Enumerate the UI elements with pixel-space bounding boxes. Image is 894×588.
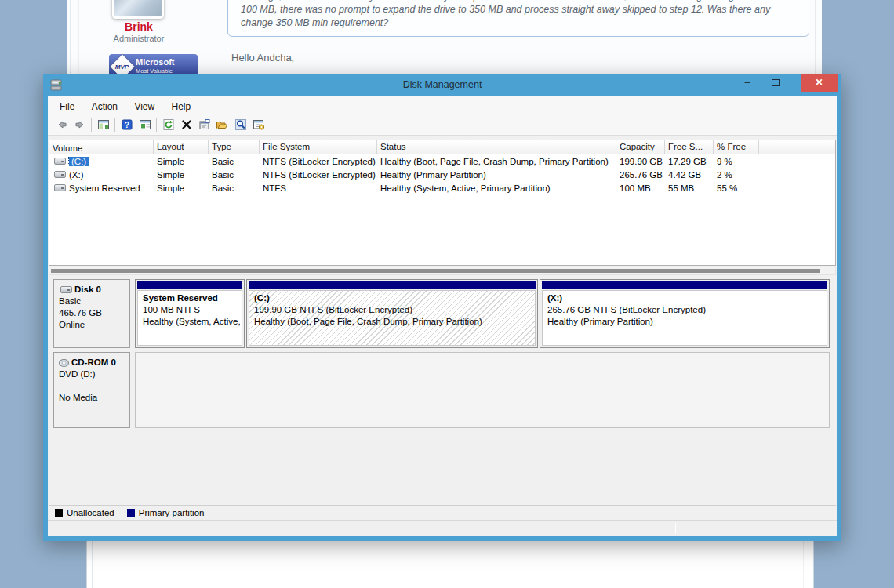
- cdrom-drive: DVD (D:): [59, 368, 125, 380]
- forum-quote-box: Although, it is mentioned everywhere tha…: [227, 0, 809, 37]
- cell-pct-free: 55 %: [714, 183, 759, 193]
- volume-row-x[interactable]: (X:) Simple Basic NTFS (BitLocker Encryp…: [49, 168, 835, 181]
- menu-action[interactable]: Action: [85, 100, 125, 114]
- help-icon[interactable]: ?: [118, 116, 136, 133]
- volume-name-selected[interactable]: (C:): [69, 157, 89, 166]
- svg-text:?: ?: [124, 120, 129, 129]
- partition-status: Healthy (Primary Partition): [547, 316, 822, 328]
- legend-label: Unallocated: [67, 508, 114, 517]
- column-header-free-space[interactable]: Free S...: [665, 140, 714, 154]
- cell-capacity: 100 MB: [616, 183, 665, 193]
- show-console-icon[interactable]: [136, 116, 154, 133]
- forward-icon[interactable]: [71, 116, 89, 133]
- cd-icon: [59, 359, 69, 367]
- menu-help[interactable]: Help: [165, 100, 198, 114]
- column-header-pct-free[interactable]: % Free: [714, 140, 759, 154]
- cdrom-name: CD-ROM 0: [71, 357, 116, 368]
- cell-free-space: 55 MB: [665, 183, 714, 193]
- primary-partition-bar: [137, 281, 242, 289]
- cell-file-system: NTFS (BitLocker Encrypted): [260, 170, 377, 180]
- disk-icon: [60, 286, 72, 293]
- column-header-type[interactable]: Type: [209, 140, 260, 154]
- menu-view[interactable]: View: [127, 100, 162, 114]
- column-header-file-system[interactable]: File System: [260, 140, 377, 154]
- volume-name[interactable]: (X:): [69, 170, 84, 180]
- cell-layout: Simple: [154, 183, 209, 193]
- volume-row-c[interactable]: (C:) Simple Basic NTFS (BitLocker Encryp…: [49, 154, 835, 168]
- legend-label: Primary partition: [139, 508, 205, 517]
- toolbar-separator: [156, 118, 157, 132]
- cell-status: Healthy (Primary Partition): [377, 170, 616, 180]
- partition-c-selected[interactable]: (C:) 199.90 GB NTFS (BitLocker Encrypted…: [246, 279, 538, 348]
- refresh-icon[interactable]: [159, 116, 177, 133]
- properties-icon[interactable]: [195, 116, 213, 133]
- partition-size: 265.76 GB NTFS (BitLocker Encrypted): [547, 304, 822, 316]
- mvp-text-line1: Microsoft: [136, 58, 175, 67]
- cell-type: Basic: [209, 170, 260, 180]
- cell-file-system: NTFS: [260, 183, 377, 193]
- cell-status: Healthy (System, Active, Primary Partiti…: [377, 183, 616, 193]
- column-header-status[interactable]: Status: [377, 140, 616, 154]
- window-title: Disk Management: [43, 79, 841, 90]
- partition-system-reserved[interactable]: System Reserved 100 MB NTFS Healthy (Sys…: [135, 279, 245, 348]
- volume-list-header: Volume Layout Type File System Status Ca…: [49, 140, 835, 154]
- delete-icon[interactable]: [177, 116, 195, 133]
- volume-name[interactable]: System Reserved: [69, 183, 140, 193]
- quote-text: 100 MB, there was no prompt to expand th…: [241, 4, 770, 28]
- primary-partition-bar: [249, 281, 536, 289]
- titlebar[interactable]: Disk Management – ✕: [43, 74, 841, 96]
- quote-text-clipped: Although, it is mentioned everywhere tha…: [241, 0, 735, 2]
- cell-pct-free: 9 %: [714, 157, 759, 166]
- open-folder-icon[interactable]: [213, 116, 231, 133]
- minimize-button[interactable]: –: [736, 74, 758, 92]
- maximize-button[interactable]: [765, 74, 787, 92]
- column-header-volume[interactable]: Volume: [49, 140, 154, 154]
- cdrom-row: CD-ROM 0 DVD (D:) No Media: [53, 352, 830, 428]
- close-button[interactable]: ✕: [801, 74, 838, 92]
- post-greeting: Hello Andcha,: [231, 52, 294, 64]
- legend-bar: Unallocated Primary partition: [49, 505, 836, 519]
- cell-pct-free: 2 %: [714, 170, 759, 180]
- back-icon[interactable]: [53, 116, 71, 133]
- column-header-capacity[interactable]: Capacity: [616, 140, 665, 154]
- drive-icon: [54, 158, 66, 165]
- volume-row-system-reserved[interactable]: System Reserved Simple Basic NTFS Health…: [49, 181, 835, 194]
- partition-x[interactable]: (X:) 265.76 GB NTFS (BitLocker Encrypted…: [540, 279, 830, 348]
- disk0-name: Disk 0: [74, 284, 101, 296]
- partition-title: (C:): [254, 292, 530, 304]
- disk0-label-panel[interactable]: Disk 0 Basic 465.76 GB Online: [53, 279, 130, 348]
- cell-capacity: 265.76 GB: [616, 170, 665, 180]
- statusbar-separator: [675, 523, 676, 534]
- author-name[interactable]: Brink: [104, 20, 173, 33]
- cell-file-system: NTFS (BitLocker Encrypted): [260, 157, 377, 166]
- partition-status: Healthy (Boot, Page File, Crash Dump, Pr…: [254, 316, 530, 328]
- partition-size: 100 MB NTFS: [143, 304, 237, 316]
- console-tree-icon[interactable]: [94, 116, 112, 133]
- settings-window-icon[interactable]: [249, 116, 267, 133]
- cell-status: Healthy (Boot, Page File, Crash Dump, Pr…: [377, 157, 616, 166]
- column-header-layout[interactable]: Layout: [154, 140, 209, 154]
- cdrom-state: No Media: [59, 392, 125, 404]
- cell-layout: Simple: [154, 170, 209, 180]
- column-header-filler: [759, 140, 835, 154]
- disk-management-window: Disk Management – ✕ File Action View Hel…: [43, 74, 841, 541]
- find-icon[interactable]: [231, 116, 249, 133]
- scrollbar-thumb[interactable]: [51, 269, 820, 273]
- avatar[interactable]: [112, 0, 164, 19]
- disk0-row: Disk 0 Basic 465.76 GB Online System Res…: [53, 279, 830, 348]
- cell-layout: Simple: [154, 157, 209, 166]
- toolbar: ?: [48, 114, 837, 136]
- toolbar-separator: [114, 118, 115, 132]
- cell-free-space: 17.29 GB: [665, 157, 714, 166]
- statusbar-separator: [787, 523, 787, 534]
- window-client-area: File Action View Help ?: [48, 96, 837, 536]
- horizontal-scrollbar[interactable]: [49, 267, 836, 275]
- cell-free-space: 4.42 GB: [665, 170, 714, 180]
- disk0-kind: Basic: [59, 296, 125, 307]
- maximize-icon: [772, 79, 780, 86]
- menu-file[interactable]: File: [53, 100, 82, 114]
- legend-unallocated: Unallocated: [55, 508, 114, 517]
- primary-partition-swatch: [127, 509, 135, 517]
- cdrom-label-panel[interactable]: CD-ROM 0 DVD (D:) No Media: [53, 352, 130, 428]
- cdrom-empty-area[interactable]: [135, 352, 830, 428]
